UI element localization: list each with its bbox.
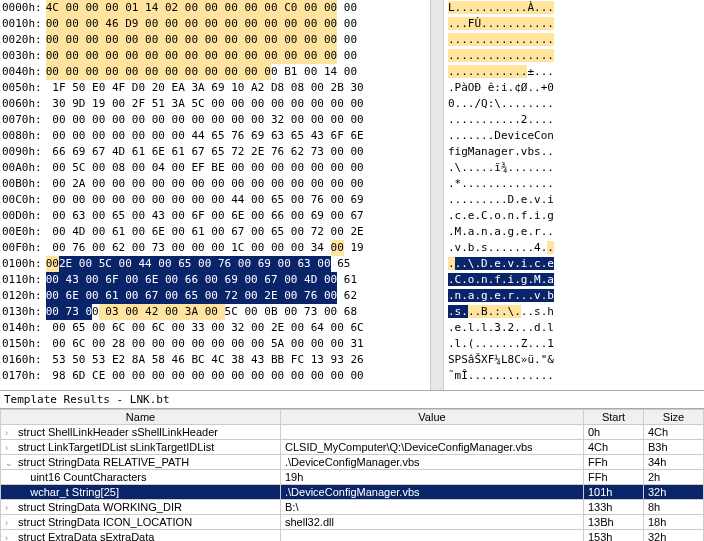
hex-offset: 00A0h: [2,160,46,176]
template-row[interactable]: ⌄ struct StringData RELATIVE_PATH.\Devic… [1,455,704,470]
ascii-row[interactable]: .........D.e.v.i [448,192,700,208]
hex-row[interactable]: 0100h: 00 2E 00 5C 00 44 00 65 00 76 00 … [2,256,428,272]
tree-chevron-icon[interactable]: › [5,443,15,453]
tree-chevron-icon[interactable]: › [5,518,15,528]
ascii-row[interactable]: .n.a.g.e.r...v.b [448,288,700,304]
ascii-row[interactable]: ...FÙ........... [448,16,700,32]
hex-offset: 0070h: [2,112,46,128]
hex-row[interactable]: 0040h: 00 00 00 00 00 00 00 00 00 00 00 … [2,64,428,80]
ascii-row[interactable]: .\.....ï¾....... [448,160,700,176]
ascii-row[interactable]: .s...B.:.\...s.h [448,304,700,320]
hex-row[interactable]: 0050h: 1F 50 E0 4F D0 20 EA 3A 69 10 A2 … [2,80,428,96]
ascii-row[interactable]: .c.e.C.o.n.f.i.g [448,208,700,224]
hex-row[interactable]: 0120h: 00 6E 00 61 00 67 00 65 00 72 00 … [2,288,428,304]
template-size: B3h [648,441,668,453]
template-value: .\DeviceConfigManager.vbs [285,486,420,498]
template-start: 101h [588,486,612,498]
hex-row[interactable]: 0160h: 53 50 53 E2 8A 58 46 BC 4C 38 43 … [2,352,428,368]
hex-row[interactable]: 0090h: 66 69 67 4D 61 6E 61 67 65 72 2E … [2,144,428,160]
template-size: 32h [648,531,666,541]
template-size: 4Ch [648,426,668,438]
ascii-row[interactable]: .e.l.l.3.2...d.l [448,320,700,336]
template-row[interactable]: › struct LinkTargetIDList sLinkTargetIDL… [1,440,704,455]
template-row[interactable]: › struct StringData ICON_LOCATIONshell32… [1,515,704,530]
template-row[interactable]: › struct ExtraData sExtraData153h32h [1,530,704,542]
hex-row[interactable]: 0080h: 00 00 00 00 00 00 00 44 65 76 69 … [2,128,428,144]
ascii-row[interactable]: L...........À... [448,0,700,16]
hex-offset: 0160h: [2,352,46,368]
ascii-row[interactable]: .......DeviceCon [448,128,700,144]
hex-row[interactable]: 00E0h: 00 4D 00 61 00 6E 00 61 00 67 00 … [2,224,428,240]
col-header-value[interactable]: Value [281,410,584,425]
ascii-row[interactable]: ...........2.... [448,112,700,128]
hex-row[interactable]: 0070h: 00 00 00 00 00 00 00 00 00 00 00 … [2,112,428,128]
hex-offset: 0020h: [2,32,46,48]
hex-panel: 0000h: 4C 00 00 00 01 14 02 00 00 00 00 … [0,0,704,391]
template-value: shell32.dll [285,516,334,528]
hex-row[interactable]: 0110h: 00 43 00 6F 00 6E 00 66 00 69 00 … [2,272,428,288]
hex-row[interactable]: 00C0h: 00 00 00 00 00 00 00 00 00 44 00 … [2,192,428,208]
hex-row[interactable]: 00A0h: 00 5C 00 08 00 04 00 EF BE 00 00 … [2,160,428,176]
template-name: struct ShellLinkHeader sShellLinkHeader [18,426,218,438]
tree-chevron-icon[interactable]: ⌄ [5,458,15,468]
template-name: uint16 CountCharacters [30,471,146,483]
ascii-row[interactable]: ............±... [448,64,700,80]
hex-offset: 00F0h: [2,240,46,256]
template-row[interactable]: › struct ShellLinkHeader sShellLinkHeade… [1,425,704,440]
ascii-row[interactable]: .v.b.s.......4.. [448,240,700,256]
template-size: 18h [648,516,666,528]
tree-chevron-icon[interactable] [17,488,27,498]
ascii-row[interactable]: .C.o.n.f.i.g.M.a [448,272,700,288]
tree-chevron-icon[interactable]: › [5,533,15,541]
hex-offset: 0100h: [2,256,46,272]
hex-row[interactable]: 0060h: 30 9D 19 00 2F 51 3A 5C 00 00 00 … [2,96,428,112]
hex-offset: 0150h: [2,336,46,352]
hex-column[interactable]: 0000h: 4C 00 00 00 01 14 02 00 00 00 00 … [0,0,430,390]
tree-chevron-icon[interactable]: › [5,428,15,438]
ascii-row[interactable]: .M.a.n.a.g.e.r.. [448,224,700,240]
ascii-row[interactable]: ˜mÎ............. [448,368,700,384]
hex-row[interactable]: 0170h: 98 6D CE 00 00 00 00 00 00 00 00 … [2,368,428,384]
template-start: FFh [588,456,608,468]
ascii-row[interactable]: .*.............. [448,176,700,192]
hex-row[interactable]: 0150h: 00 6C 00 28 00 00 00 00 00 00 00 … [2,336,428,352]
hex-row[interactable]: 00B0h: 00 2A 00 00 00 00 00 00 00 00 00 … [2,176,428,192]
ascii-row[interactable]: .l.(.......Z...1 [448,336,700,352]
ascii-row[interactable]: ...\.D.e.v.i.c.e [448,256,700,272]
ascii-row[interactable]: .PàOÐ ê:i.¢Ø..+0 [448,80,700,96]
hex-row[interactable]: 0140h: 00 65 00 6C 00 6C 00 33 00 32 00 … [2,320,428,336]
template-row[interactable]: › struct StringData WORKING_DIRB:\133h8h [1,500,704,515]
ascii-row[interactable]: ................ [448,48,700,64]
template-value: 19h [285,471,303,483]
template-row[interactable]: uint16 CountCharacters19hFFh2h [1,470,704,485]
hex-scrollbar[interactable] [430,0,444,390]
hex-offset: 0080h: [2,128,46,144]
tree-chevron-icon[interactable]: › [5,503,15,513]
hex-row[interactable]: 00F0h: 00 76 00 62 00 73 00 00 00 1C 00 … [2,240,428,256]
hex-row[interactable]: 0030h: 00 00 00 00 00 00 00 00 00 00 00 … [2,48,428,64]
template-row[interactable]: wchar_t String[25].\DeviceConfigManager.… [1,485,704,500]
hex-offset: 0090h: [2,144,46,160]
ascii-row[interactable]: SPSâŠXF¼L8C»ü."& [448,352,700,368]
template-size: 34h [648,456,666,468]
template-start: FFh [588,471,608,483]
col-header-name[interactable]: Name [1,410,281,425]
hex-row[interactable]: 0010h: 00 00 00 46 D9 00 00 00 00 00 00 … [2,16,428,32]
hex-row[interactable]: 0130h: 00 73 00 03 00 42 00 3A 00 5C 00 … [2,304,428,320]
col-header-size[interactable]: Size [644,410,704,425]
hex-row[interactable]: 0020h: 00 00 00 00 00 00 00 00 00 00 00 … [2,32,428,48]
col-header-start[interactable]: Start [584,410,644,425]
hex-row[interactable]: 0000h: 4C 00 00 00 01 14 02 00 00 00 00 … [2,0,428,16]
ascii-column[interactable]: L...........À......FÙ...................… [444,0,704,390]
hex-offset: 0030h: [2,48,46,64]
tree-chevron-icon[interactable] [17,473,27,483]
hex-offset: 0110h: [2,272,46,288]
template-name: struct LinkTargetIDList sLinkTargetIDLis… [18,441,214,453]
template-size: 2h [648,471,660,483]
template-name: struct ExtraData sExtraData [18,531,154,541]
ascii-row[interactable]: ................ [448,32,700,48]
hex-row[interactable]: 00D0h: 00 63 00 65 00 43 00 6F 00 6E 00 … [2,208,428,224]
ascii-row[interactable]: figManager.vbs.. [448,144,700,160]
hex-offset: 00D0h: [2,208,46,224]
ascii-row[interactable]: 0.../Q:\........ [448,96,700,112]
